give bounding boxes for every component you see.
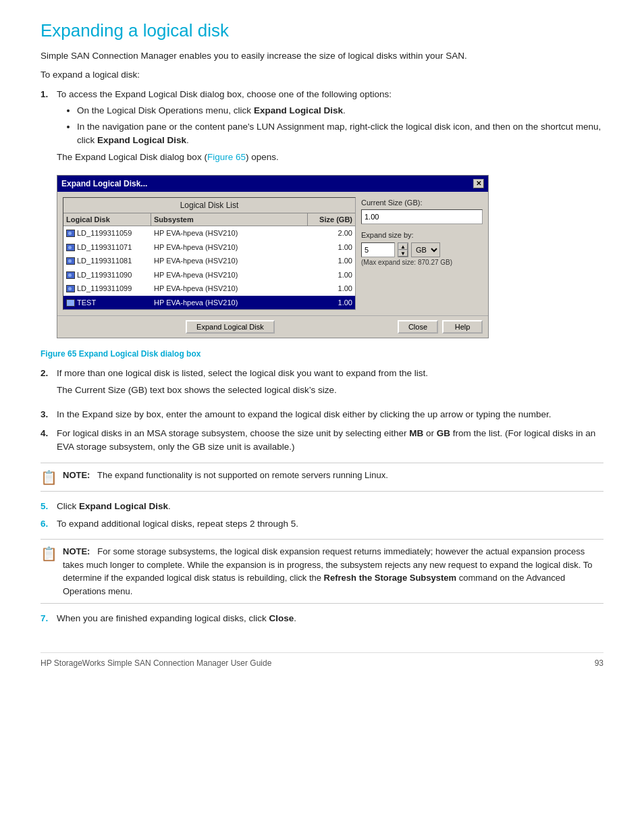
figure-caption: Figure 65 Expand Logical Disk dialog box	[41, 349, 603, 359]
current-size-input[interactable]	[361, 209, 483, 224]
note-icon-1: 📋	[41, 469, 57, 486]
intro-para-1: Simple SAN Connection Manager enables yo…	[41, 49, 603, 63]
dialog-footer-right: Close Help	[398, 320, 483, 334]
step-7: 7. When you are finished expanding logic…	[41, 612, 603, 625]
step-1-bullet-2: In the navigation pane or the content pa…	[77, 120, 603, 148]
step-6-text: To expand additional logical disks, repe…	[57, 517, 298, 531]
disk-icon	[66, 244, 75, 251]
step-2: 2. If more than one logical disk is list…	[41, 367, 603, 402]
expand-size-input[interactable]	[361, 242, 395, 257]
note-icon-2: 📋	[41, 546, 57, 562]
disk-list-header: Logical Disk List	[63, 198, 355, 213]
dialog-titlebar: Expand Logical Disk... ✕	[57, 176, 488, 192]
disk-icon	[66, 257, 75, 265]
step-3-num: 3.	[41, 408, 53, 421]
col-header-ld: Logical Disk	[63, 213, 151, 226]
step-1-bullet-1: On the Logical Disk Operations menu, cli…	[77, 104, 603, 118]
step-1: 1. To access the Expand Logical Disk dia…	[41, 88, 603, 344]
unit-select[interactable]: GB MB	[411, 242, 440, 257]
step-2-sub: The Current Size (GB) text box shows the…	[57, 384, 428, 397]
disk-row[interactable]: LD_1199311059 HP EVA-hpeva (HSV210) 2.00	[63, 226, 355, 240]
disk-row[interactable]: LD_1199311099 HP EVA-hpeva (HSV210) 1.00	[63, 282, 355, 296]
step-5-text: Click Expand Logical Disk.	[57, 500, 171, 513]
steps-7: 7. When you are finished expanding logic…	[41, 612, 603, 625]
step-7-text: When you are finished expanding logical …	[57, 612, 296, 625]
disk-icon	[66, 271, 75, 279]
page-title: Expanding a logical disk	[41, 20, 603, 41]
steps-list: 1. To access the Expand Logical Disk dia…	[41, 88, 603, 454]
step-7-num: 7.	[41, 612, 53, 625]
steps-5-6: 5. Click Expand Logical Disk. 6. To expa…	[41, 500, 603, 531]
disk-list-columns: Logical Disk Subsystem Size (GB)	[63, 213, 355, 227]
step-3: 3. In the Expand size by box, enter the …	[41, 408, 603, 421]
step-6-num: 6.	[41, 517, 53, 531]
spin-down-btn[interactable]: ▼	[398, 250, 408, 257]
step-2-num: 2.	[41, 367, 53, 402]
expand-size-section: Expand size by: ▲ ▼ GB MB	[361, 230, 483, 267]
dialog-title: Expand Logical Disk...	[61, 178, 147, 190]
step-3-text: In the Expand size by box, enter the amo…	[57, 409, 551, 419]
step-1-num: 1.	[41, 88, 53, 344]
step-4-text: For logical disks in an MSA storage subs…	[57, 428, 595, 452]
step-4-num: 4.	[41, 427, 53, 454]
footer-left: HP StorageWorks Simple SAN Connection Ma…	[41, 658, 271, 668]
disk-icon	[66, 230, 75, 237]
help-btn[interactable]: Help	[442, 320, 483, 334]
dialog-footer: Expand Logical Disk Close Help	[57, 315, 488, 338]
current-size-label: Current Size (GB):	[361, 197, 483, 209]
step-2-text: If more than one logical disk is listed,…	[57, 368, 428, 378]
disk-icon	[66, 299, 75, 307]
dialog-body: Logical Disk List Logical Disk Subsystem…	[57, 192, 488, 316]
close-btn[interactable]: Close	[398, 320, 438, 334]
figure-num: Figure 65	[41, 349, 76, 359]
intro-para-2: To expand a logical disk:	[41, 68, 603, 82]
disk-row[interactable]: LD_1199311090 HP EVA-hpeva (HSV210) 1.00	[63, 268, 355, 282]
disk-list-rows: LD_1199311059 HP EVA-hpeva (HSV210) 2.00…	[63, 226, 355, 309]
spin-arrows: ▲ ▼	[398, 242, 408, 257]
step-6: 6. To expand additional logical disks, r…	[41, 517, 603, 531]
note-2-text: NOTE: For some storage subsystems, the l…	[63, 545, 603, 598]
disk-row[interactable]: LD_1199311081 HP EVA-hpeva (HSV210) 1.00	[63, 254, 355, 268]
step-5: 5. Click Expand Logical Disk.	[41, 500, 603, 513]
note-1: 📋 NOTE: The expand functionality is not …	[41, 463, 603, 492]
figure-text: Expand Logical Disk dialog box	[79, 349, 201, 359]
footer-page-num: 93	[595, 658, 603, 668]
dialog-footer-left: Expand Logical Disk	[63, 320, 398, 334]
expand-size-row: ▲ ▼ GB MB	[361, 242, 483, 257]
dialog-right-panel: Current Size (GB): Expand size by: ▲ ▼	[361, 197, 483, 311]
step-4: 4. For logical disks in an MSA storage s…	[41, 427, 603, 454]
note-2: 📋 NOTE: For some storage subsystems, the…	[41, 539, 603, 604]
expand-logical-disk-dialog: Expand Logical Disk... ✕ Logical Disk Li…	[57, 175, 489, 339]
disk-icon	[66, 285, 75, 292]
step-1-sub: The Expand Logical Disk dialog box (Figu…	[57, 151, 603, 164]
disk-list-panel: Logical Disk List Logical Disk Subsystem…	[63, 197, 356, 311]
note-1-text: NOTE: The expand functionality is not su…	[63, 469, 388, 482]
spin-up-btn[interactable]: ▲	[398, 243, 408, 250]
current-size-section: Current Size (GB):	[361, 197, 483, 225]
max-expand-label: (Max expand size: 870.27 GB)	[361, 257, 483, 267]
disk-row-selected[interactable]: TEST HP EVA-hpeva (HSV210) 1.00	[63, 296, 355, 310]
dialog-close-btn[interactable]: ✕	[473, 179, 484, 188]
step-5-num: 5.	[41, 500, 53, 513]
page-footer: HP StorageWorks Simple SAN Connection Ma…	[41, 652, 603, 668]
col-header-size: Size (GB)	[308, 213, 355, 226]
expand-size-label: Expand size by:	[361, 230, 483, 241]
disk-row[interactable]: LD_1199311071 HP EVA-hpeva (HSV210) 1.00	[63, 240, 355, 255]
col-header-sub: Subsystem	[151, 213, 308, 226]
expand-logical-disk-btn[interactable]: Expand Logical Disk	[186, 320, 275, 334]
step-1-bullets: On the Logical Disk Operations menu, cli…	[77, 104, 603, 148]
step-1-text: To access the Expand Logical Disk dialog…	[57, 89, 392, 99]
